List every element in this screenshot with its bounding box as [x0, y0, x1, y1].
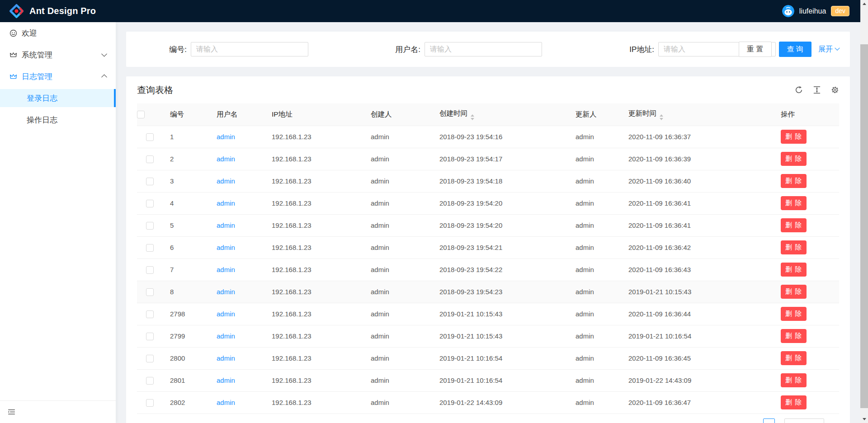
cell-creator: admin [363, 347, 432, 369]
row-checkbox[interactable] [146, 355, 154, 362]
col-header-creator: 创建人 [363, 103, 432, 126]
username-link[interactable]: admin [217, 288, 235, 296]
row-checkbox[interactable] [146, 133, 154, 141]
cell-created-time: 2019-01-21 10:16:54 [432, 369, 568, 391]
username-link[interactable]: admin [217, 244, 235, 251]
row-checkbox[interactable] [146, 399, 154, 407]
sidebar-item-system-management[interactable]: 系统管理 [0, 46, 116, 64]
expand-link[interactable]: 展开 [818, 45, 839, 54]
pagination-page-1[interactable] [763, 418, 775, 423]
row-checkbox[interactable] [146, 288, 154, 296]
vertical-scrollbar[interactable] [860, 0, 868, 423]
cell-id: 4 [163, 192, 209, 214]
pagination [126, 418, 824, 423]
username-link[interactable]: admin [217, 199, 235, 207]
scrollbar-down-arrow[interactable] [860, 415, 868, 423]
cell-ip: 192.168.1.23 [264, 126, 363, 148]
delete-button[interactable]: 删 除 [781, 351, 807, 365]
sidebar-item-welcome[interactable]: 欢迎 [0, 24, 116, 42]
cell-id: 2799 [163, 325, 209, 347]
delete-button[interactable]: 删 除 [781, 196, 807, 210]
settings-gear-icon[interactable] [831, 86, 839, 94]
top-header: Ant Design Pro liufeihua dev [0, 0, 860, 22]
cell-ip: 192.168.1.23 [264, 347, 363, 369]
reset-button[interactable]: 重 置 [739, 42, 771, 57]
username-link[interactable]: admin [217, 221, 235, 229]
delete-button[interactable]: 删 除 [781, 240, 807, 254]
username-link[interactable]: admin [217, 354, 235, 362]
username-link[interactable]: admin [217, 310, 235, 318]
delete-button[interactable]: 删 除 [781, 329, 807, 343]
col-header-created[interactable]: 创建时间 [432, 103, 568, 126]
cell-username: admin [209, 303, 264, 325]
scrollbar-thumb[interactable] [860, 44, 868, 408]
username-link[interactable]: admin [217, 399, 235, 406]
delete-button[interactable]: 删 除 [781, 130, 807, 144]
scrollbar-up-arrow[interactable] [860, 0, 868, 8]
delete-button[interactable]: 删 除 [781, 152, 807, 166]
cell-created-time: 2019-01-21 10:16:54 [432, 347, 568, 369]
select-all-checkbox[interactable] [137, 111, 145, 118]
user-avatar[interactable] [782, 5, 794, 17]
row-checkbox[interactable] [146, 178, 154, 185]
brand[interactable]: Ant Design Pro [9, 4, 96, 19]
field-id: 编号: [137, 42, 371, 56]
page-size-select[interactable] [784, 418, 824, 423]
sidebar-item-operation-log[interactable]: 操作日志 [0, 111, 116, 129]
cell-ip: 192.168.1.23 [264, 148, 363, 170]
col-header-updated[interactable]: 更新时间 [621, 103, 774, 126]
row-checkbox[interactable] [146, 310, 154, 318]
username-link[interactable]: admin [217, 133, 235, 141]
row-checkbox[interactable] [146, 333, 154, 340]
cell-updater: admin [568, 303, 621, 325]
cell-created-time: 2018-09-23 19:54:20 [432, 214, 568, 236]
cell-ip: 192.168.1.23 [264, 192, 363, 214]
cell-created-time: 2019-01-21 10:15:43 [432, 303, 568, 325]
sort-caret[interactable] [471, 114, 474, 120]
username-link[interactable]: admin [217, 155, 235, 163]
column-height-icon[interactable] [813, 86, 821, 94]
sidebar-item-label: 欢迎 [22, 28, 37, 38]
cell-actions: 删 除 [774, 258, 839, 281]
cell-ip: 192.168.1.23 [264, 369, 363, 391]
username-input[interactable] [425, 42, 542, 56]
crown-icon [9, 73, 17, 80]
reload-icon[interactable] [795, 86, 803, 94]
username-link[interactable]: admin [217, 376, 235, 384]
delete-button[interactable]: 删 除 [781, 218, 807, 232]
row-checkbox[interactable] [146, 244, 154, 252]
cell-ip: 192.168.1.23 [264, 391, 363, 414]
cell-id: 8 [163, 281, 209, 303]
menu-fold-icon[interactable] [8, 408, 15, 416]
row-checkbox[interactable] [146, 200, 154, 207]
cell-id: 2802 [163, 391, 209, 414]
delete-button[interactable]: 删 除 [781, 174, 807, 188]
delete-button[interactable]: 删 除 [781, 395, 807, 409]
delete-button[interactable]: 删 除 [781, 285, 807, 299]
user-name[interactable]: liufeihua [799, 7, 826, 15]
row-checkbox[interactable] [146, 266, 154, 274]
query-button[interactable]: 查 询 [779, 42, 811, 57]
row-checkbox[interactable] [146, 222, 154, 230]
username-link[interactable]: admin [217, 332, 235, 340]
table-row: 2802 admin 192.168.1.23 admin 2019-01-22… [137, 391, 839, 414]
delete-button[interactable]: 删 除 [781, 373, 807, 387]
sort-caret[interactable] [660, 114, 663, 120]
sidebar-item-log-management[interactable]: 日志管理 [0, 67, 116, 85]
delete-button[interactable]: 删 除 [781, 307, 807, 321]
cell-creator: admin [363, 369, 432, 391]
col-header-updated-label: 更新时间 [628, 109, 656, 117]
cell-id: 6 [163, 236, 209, 258]
id-input[interactable] [191, 42, 308, 56]
username-link[interactable]: admin [217, 266, 235, 273]
username-link[interactable]: admin [217, 177, 235, 185]
sidebar-item-login-log[interactable]: 登录日志 [0, 89, 116, 107]
delete-button[interactable]: 删 除 [781, 263, 807, 277]
cell-updater: admin [568, 214, 621, 236]
row-checkbox[interactable] [146, 377, 154, 385]
table-row: 1 admin 192.168.1.23 admin 2018-09-23 19… [137, 126, 839, 148]
field-username-label: 用户名: [371, 44, 425, 55]
cell-actions: 删 除 [774, 214, 839, 236]
row-checkbox[interactable] [146, 155, 154, 163]
cell-updater: admin [568, 170, 621, 192]
